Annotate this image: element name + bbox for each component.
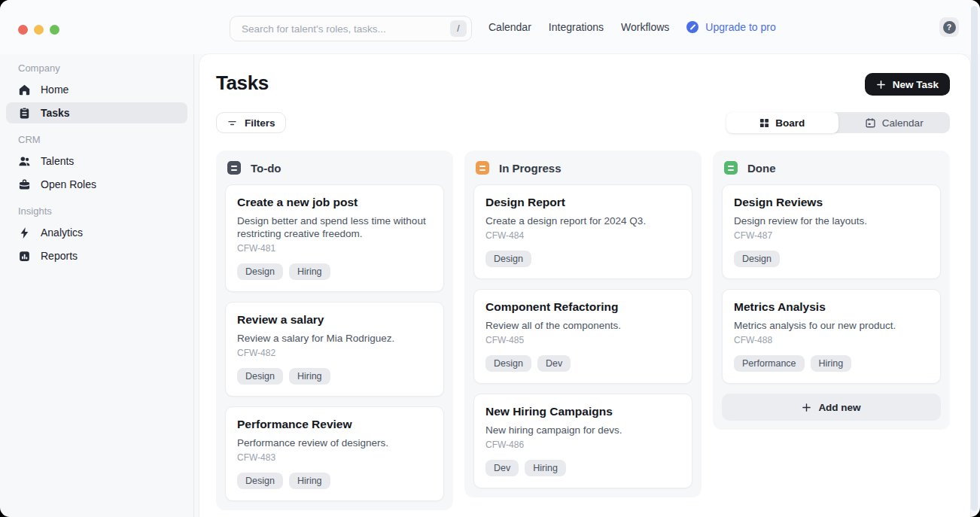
tag: Hiring (289, 263, 330, 280)
column-header: In Progress (473, 160, 692, 184)
tasks-icon (18, 107, 31, 120)
scrollbar-track[interactable] (971, 6, 978, 511)
task-card[interactable]: Review a salary Review a salary for Mia … (225, 302, 444, 397)
task-card[interactable]: Component Refactoring Review all of the … (473, 289, 692, 384)
tag: Hiring (289, 473, 330, 489)
tag: Design (237, 473, 283, 489)
card-id: CFW-488 (734, 335, 929, 345)
page-title: Tasks (216, 71, 269, 94)
card-id: CFW-487 (734, 230, 929, 241)
sidebar-item-tasks[interactable]: Tasks (6, 102, 187, 123)
question-mark-icon: ? (943, 21, 956, 34)
add-new-button[interactable]: Add new (722, 394, 941, 421)
upgrade-label: Upgrade to pro (705, 21, 775, 33)
top-bar: / Calendar Integrations Workflows Upgrad… (0, 0, 980, 54)
sidebar-item-reports[interactable]: Reports (6, 245, 187, 266)
nav-workflows[interactable]: Workflows (621, 21, 669, 33)
card-description: Review all of the components. (485, 319, 680, 332)
card-title: Component Refactoring (485, 300, 680, 315)
slash-shortcut-key: / (450, 20, 467, 37)
tag: Hiring (811, 355, 852, 372)
column-header: To-do (225, 160, 444, 184)
task-card[interactable]: Metrics Analysis Metrics analysis fo our… (722, 289, 941, 384)
plus-icon (802, 403, 811, 412)
in-progress-status-icon (476, 161, 489, 175)
minimize-window-button[interactable] (34, 25, 44, 35)
sidebar-item-label: Tasks (41, 107, 70, 119)
top-navigation: Calendar Integrations Workflows Upgrade … (488, 0, 776, 54)
tag-row: Design Hiring (237, 263, 432, 280)
nav-integrations[interactable]: Integrations (549, 21, 604, 33)
tag: Design (237, 263, 283, 280)
tag-row: Design Dev (485, 355, 680, 372)
zoom-window-button[interactable] (50, 25, 59, 35)
filters-button[interactable]: Filters (216, 112, 286, 133)
task-card[interactable]: Design Reviews Design review for the lay… (722, 184, 941, 279)
task-card[interactable]: New Hiring Campaigns New hiring campaign… (473, 394, 692, 488)
tag-row: Design (734, 251, 929, 267)
sidebar-item-label: Reports (41, 250, 78, 262)
view-toggle-calendar[interactable]: Calendar (838, 112, 951, 133)
card-title: New Hiring Campaigns (485, 404, 680, 419)
lightning-icon (18, 227, 31, 239)
card-id: CFW-486 (485, 439, 680, 450)
card-title: Create a new job post (237, 195, 432, 210)
pro-badge-icon (686, 21, 698, 33)
tag: Hiring (525, 460, 566, 476)
tag: Dev (485, 460, 519, 476)
nav-calendar[interactable]: Calendar (488, 21, 531, 33)
board-toolbar: Filters Board Calendar (216, 112, 950, 133)
tag: Design (734, 251, 780, 267)
close-window-button[interactable] (18, 25, 28, 35)
tag-row: Design Hiring (237, 368, 432, 385)
help-button[interactable]: ? (939, 17, 959, 37)
view-toggle-board[interactable]: Board (726, 112, 838, 133)
card-description: Review a salary for Mia Rodriguez. (237, 332, 432, 345)
sidebar-item-label: Open Roles (41, 178, 96, 190)
upgrade-to-pro-link[interactable]: Upgrade to pro (686, 21, 775, 33)
card-title: Performance Review (237, 417, 432, 432)
card-title: Review a salary (237, 312, 432, 327)
sidebar-item-label: Home (41, 84, 68, 96)
filters-label: Filters (245, 117, 275, 129)
view-toggle-board-label: Board (775, 117, 805, 129)
column-title: To-do (251, 162, 282, 175)
kanban-board: To-do Create a new job post Design bette… (216, 151, 950, 510)
sidebar: Company Home Tasks CRM Talents Open Role… (0, 54, 194, 517)
card-description: Design better and spend less time withou… (237, 214, 432, 240)
column-todo: To-do Create a new job post Design bette… (216, 151, 453, 510)
filter-icon (227, 117, 238, 129)
search-box[interactable]: / (230, 16, 472, 41)
sidebar-section-crm: CRM (18, 134, 175, 145)
task-card[interactable]: Create a new job post Design better and … (225, 184, 444, 292)
app-window: / Calendar Integrations Workflows Upgrad… (0, 0, 980, 517)
card-id: CFW-484 (485, 230, 680, 241)
card-id: CFW-481 (237, 243, 432, 254)
sidebar-item-open-roles[interactable]: Open Roles (6, 174, 187, 195)
sidebar-section-company: Company (18, 62, 175, 74)
column-in-progress: In Progress Design Report Create a desig… (464, 151, 702, 497)
card-title: Metrics Analysis (734, 300, 929, 315)
new-task-button[interactable]: New Task (865, 73, 950, 96)
todo-status-icon (227, 161, 241, 175)
column-title: Done (747, 162, 776, 175)
sidebar-item-analytics[interactable]: Analytics (6, 222, 187, 243)
card-description: Metrics analysis fo our new product. (734, 319, 929, 332)
task-card[interactable]: Design Report Create a design report for… (473, 184, 692, 279)
briefcase-icon (18, 178, 31, 191)
column-header: Done (722, 160, 941, 184)
view-toggle: Board Calendar (726, 112, 950, 133)
column-title: In Progress (499, 162, 562, 175)
add-new-label: Add new (818, 402, 860, 413)
sidebar-item-talents[interactable]: Talents (6, 151, 187, 172)
main-panel: Tasks New Task Filters (199, 54, 970, 517)
card-title: Design Reviews (734, 195, 929, 210)
card-id: CFW-483 (237, 452, 432, 463)
card-description: Design review for the layouts. (734, 214, 929, 227)
tag: Hiring (289, 368, 330, 385)
search-input[interactable] (240, 23, 450, 35)
tag: Design (237, 368, 283, 385)
task-card[interactable]: Performance Review Performance review of… (225, 406, 444, 501)
done-status-icon (724, 161, 738, 175)
sidebar-item-home[interactable]: Home (6, 79, 187, 100)
